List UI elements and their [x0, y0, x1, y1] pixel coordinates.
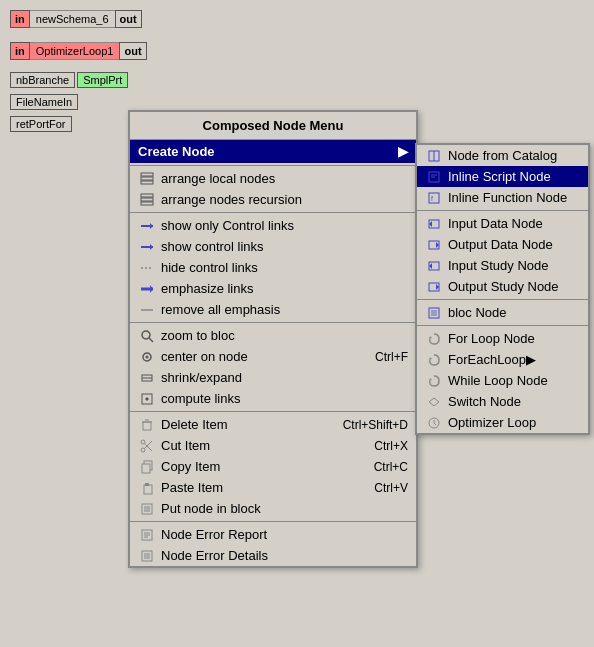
submenu-label: Inline Script Node: [448, 169, 551, 184]
svg-point-25: [141, 440, 145, 444]
svg-rect-4: [141, 198, 153, 201]
svg-marker-60: [429, 357, 432, 360]
menu-item-show-only-control[interactable]: show only Control links: [130, 215, 416, 236]
menu-label: zoom to bloc: [161, 328, 235, 343]
menu-item-put-in-block[interactable]: Put node in block: [130, 498, 416, 519]
menu-item-paste[interactable]: Paste Item Ctrl+V: [130, 477, 416, 498]
port-nbBranche: nbBranche: [10, 72, 75, 88]
svg-marker-9: [150, 244, 153, 250]
menu-item-shrink-expand[interactable]: shrink/expand: [130, 367, 416, 388]
block-icon: [138, 502, 156, 516]
svg-rect-5: [141, 202, 153, 205]
details-icon: [138, 549, 156, 563]
svg-marker-59: [429, 336, 432, 339]
menu-item-copy[interactable]: Copy Item Ctrl+C: [130, 456, 416, 477]
submenu-node-from-catalog[interactable]: Node from Catalog: [417, 145, 588, 166]
submenu-output-data-node[interactable]: Output Data Node: [417, 234, 588, 255]
menu-item-cut[interactable]: Cut Item Ctrl+X: [130, 435, 416, 456]
menu-label: arrange local nodes: [161, 171, 275, 186]
for-loop-icon: [425, 332, 443, 346]
submenu-label: Inline Function Node: [448, 190, 567, 205]
paste-shortcut: Ctrl+V: [374, 481, 408, 495]
foreach-icon: [425, 353, 443, 367]
center-on-node-label: center on node: [161, 349, 248, 364]
schema-port-in: in: [10, 10, 30, 28]
submenu-foreach-loop[interactable]: ForEachLoop ▶: [417, 349, 588, 370]
submenu-label: Switch Node: [448, 394, 521, 409]
menu-label: Delete Item: [161, 417, 227, 432]
menu-item-compute-links[interactable]: compute links: [130, 388, 416, 409]
menu-item-error-details[interactable]: Node Error Details: [130, 545, 416, 566]
svg-marker-7: [150, 223, 153, 229]
svg-line-15: [149, 338, 153, 342]
submenu-optimizer-loop[interactable]: Optimizer Loop: [417, 412, 588, 433]
menu-label: Copy Item: [161, 459, 220, 474]
menu-label: hide control links: [161, 260, 258, 275]
port-FileNameIn: FileNameIn: [10, 94, 78, 110]
center-icon: [138, 350, 156, 364]
submenu-arrow: ▶: [398, 144, 408, 159]
submenu-inline-function-node[interactable]: f Inline Function Node: [417, 187, 588, 208]
submenu-label: ForEachLoop: [448, 352, 526, 367]
menu-label: Put node in block: [161, 501, 261, 516]
menu-label: remove all emphasis: [161, 302, 280, 317]
menu-label: arrange nodes recursion: [161, 192, 302, 207]
input-data-icon: [425, 217, 443, 231]
menu-label: compute links: [161, 391, 240, 406]
submenu-label: bloc Node: [448, 305, 507, 320]
inline-script-icon: [425, 170, 443, 184]
svg-rect-33: [144, 506, 150, 512]
output-study-icon: [425, 280, 443, 294]
schema-label: newSchema_6: [30, 10, 115, 28]
inline-function-icon: f: [425, 191, 443, 205]
create-node-item[interactable]: Create Node ▶: [130, 140, 416, 163]
link-hide-icon: [138, 261, 156, 275]
menu-item-remove-emphasis[interactable]: remove all emphasis: [130, 299, 416, 320]
switch-icon: [425, 395, 443, 409]
submenu-while-loop-node[interactable]: While Loop Node: [417, 370, 588, 391]
submenu-input-study-node[interactable]: Input Study Node: [417, 255, 588, 276]
submenu-switch-node[interactable]: Switch Node: [417, 391, 588, 412]
submenu-panel: Node from Catalog Inline Script Node f I…: [415, 143, 590, 435]
menu-item-show-control[interactable]: show control links: [130, 236, 416, 257]
menu-label: show control links: [161, 239, 264, 254]
output-data-icon: [425, 238, 443, 252]
svg-rect-2: [141, 181, 153, 184]
port-row-3: retPortFor: [10, 116, 72, 132]
submenu-for-loop-node[interactable]: For Loop Node: [417, 328, 588, 349]
link-blue-icon: [138, 219, 156, 233]
menu-item-center-on-node[interactable]: center on node Ctrl+F: [130, 346, 416, 367]
optloop-port-in: in: [10, 42, 30, 60]
delete-icon: [138, 418, 156, 432]
arrange-recursion-icon: [138, 193, 156, 207]
menu-label: Paste Item: [161, 480, 223, 495]
submenu-label: While Loop Node: [448, 373, 548, 388]
submenu-bloc-node[interactable]: bloc Node: [417, 302, 588, 323]
arrange-icon: [138, 172, 156, 186]
menu-item-error-report[interactable]: Node Error Report: [130, 524, 416, 545]
submenu-label: Node from Catalog: [448, 148, 557, 163]
cut-icon: [138, 439, 156, 453]
menu-item-zoom-to-bloc[interactable]: zoom to bloc: [130, 325, 416, 346]
submenu-label: Optimizer Loop: [448, 415, 536, 430]
node-catalog-icon: [425, 149, 443, 163]
port-row-1: nbBranche SmplPrt: [10, 72, 128, 88]
menu-item-arrange-recursion[interactable]: arrange nodes recursion: [130, 189, 416, 210]
submenu-output-study-node[interactable]: Output Study Node: [417, 276, 588, 297]
menu-item-arrange-local[interactable]: arrange local nodes: [130, 168, 416, 189]
error-icon: [138, 528, 156, 542]
submenu-inline-script-node[interactable]: Inline Script Node: [417, 166, 588, 187]
svg-text:f: f: [431, 195, 433, 202]
input-study-icon: [425, 259, 443, 273]
optloop-node: in OptimizerLoop1 out: [10, 42, 147, 60]
menu-item-emphasize[interactable]: emphasize links: [130, 278, 416, 299]
while-loop-icon: [425, 374, 443, 388]
zoom-icon: [138, 329, 156, 343]
menu-item-delete[interactable]: Delete Item Ctrl+Shift+D: [130, 414, 416, 435]
svg-marker-61: [429, 378, 432, 381]
optimizer-icon: [425, 416, 443, 430]
menu-label: emphasize links: [161, 281, 254, 296]
delete-shortcut: Ctrl+Shift+D: [343, 418, 408, 432]
menu-item-hide-control[interactable]: hide control links: [130, 257, 416, 278]
submenu-input-data-node[interactable]: Input Data Node: [417, 213, 588, 234]
